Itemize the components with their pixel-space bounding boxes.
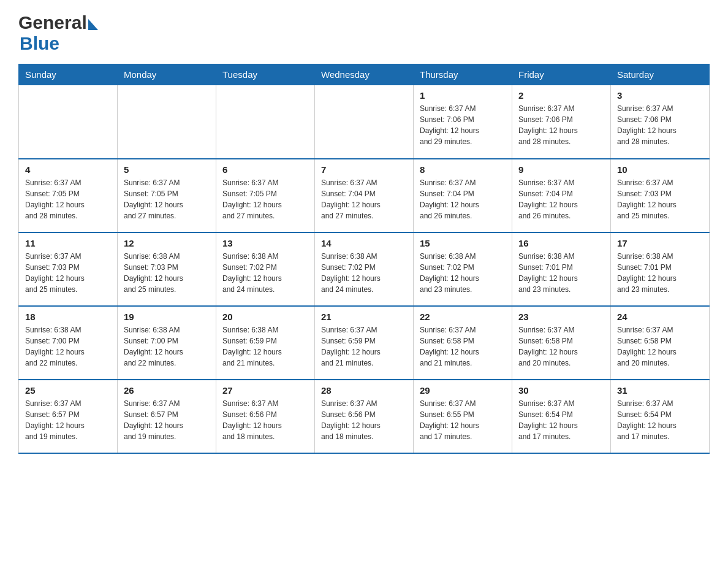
calendar-cell: 2Sunrise: 6:37 AM Sunset: 7:06 PM Daylig… bbox=[512, 85, 611, 159]
day-number: 27 bbox=[222, 385, 308, 396]
day-number: 4 bbox=[25, 164, 111, 175]
weekday-header-saturday: Saturday bbox=[611, 64, 710, 85]
day-info: Sunrise: 6:37 AM Sunset: 7:04 PM Dayligh… bbox=[518, 177, 604, 221]
calendar-cell bbox=[19, 85, 118, 159]
calendar-cell bbox=[315, 85, 414, 159]
page-header: General Blue bbox=[18, 12, 710, 54]
calendar-cell: 22Sunrise: 6:37 AM Sunset: 6:58 PM Dayli… bbox=[414, 306, 512, 380]
calendar-table: SundayMondayTuesdayWednesdayThursdayFrid… bbox=[18, 64, 710, 454]
day-info: Sunrise: 6:37 AM Sunset: 7:06 PM Dayligh… bbox=[617, 103, 703, 147]
calendar-cell bbox=[216, 85, 315, 159]
calendar-cell: 12Sunrise: 6:38 AM Sunset: 7:03 PM Dayli… bbox=[118, 232, 216, 306]
calendar-cell: 6Sunrise: 6:37 AM Sunset: 7:05 PM Daylig… bbox=[216, 159, 315, 232]
logo-general-text: General bbox=[18, 12, 87, 33]
calendar-cell: 31Sunrise: 6:37 AM Sunset: 6:54 PM Dayli… bbox=[611, 380, 710, 453]
calendar-cell: 10Sunrise: 6:37 AM Sunset: 7:03 PM Dayli… bbox=[611, 159, 710, 232]
day-info: Sunrise: 6:37 AM Sunset: 7:05 PM Dayligh… bbox=[222, 177, 308, 221]
day-info: Sunrise: 6:38 AM Sunset: 7:00 PM Dayligh… bbox=[124, 324, 210, 369]
day-number: 11 bbox=[25, 238, 111, 248]
day-number: 22 bbox=[420, 312, 506, 322]
day-info: Sunrise: 6:38 AM Sunset: 6:59 PM Dayligh… bbox=[222, 324, 308, 369]
day-info: Sunrise: 6:38 AM Sunset: 7:01 PM Dayligh… bbox=[518, 251, 604, 295]
day-number: 19 bbox=[124, 312, 210, 322]
day-info: Sunrise: 6:38 AM Sunset: 7:03 PM Dayligh… bbox=[124, 251, 210, 295]
day-number: 3 bbox=[617, 90, 703, 101]
day-number: 12 bbox=[124, 238, 210, 248]
calendar-cell: 26Sunrise: 6:37 AM Sunset: 6:57 PM Dayli… bbox=[118, 380, 216, 453]
day-number: 18 bbox=[25, 312, 111, 322]
weekday-header-monday: Monday bbox=[118, 64, 216, 85]
day-info: Sunrise: 6:37 AM Sunset: 6:58 PM Dayligh… bbox=[518, 324, 604, 369]
calendar-cell: 29Sunrise: 6:37 AM Sunset: 6:55 PM Dayli… bbox=[414, 380, 512, 453]
week-row-4: 18Sunrise: 6:38 AM Sunset: 7:00 PM Dayli… bbox=[19, 306, 710, 380]
day-info: Sunrise: 6:37 AM Sunset: 7:04 PM Dayligh… bbox=[420, 177, 506, 221]
day-number: 10 bbox=[617, 164, 703, 175]
day-number: 28 bbox=[321, 385, 407, 396]
week-row-5: 25Sunrise: 6:37 AM Sunset: 6:57 PM Dayli… bbox=[19, 380, 710, 453]
day-number: 24 bbox=[617, 312, 703, 322]
calendar-cell: 23Sunrise: 6:37 AM Sunset: 6:58 PM Dayli… bbox=[512, 306, 611, 380]
day-info: Sunrise: 6:37 AM Sunset: 7:03 PM Dayligh… bbox=[25, 251, 111, 295]
calendar-cell: 19Sunrise: 6:38 AM Sunset: 7:00 PM Dayli… bbox=[118, 306, 216, 380]
day-number: 15 bbox=[420, 238, 506, 248]
calendar-cell: 11Sunrise: 6:37 AM Sunset: 7:03 PM Dayli… bbox=[19, 232, 118, 306]
day-number: 2 bbox=[518, 90, 604, 101]
day-number: 26 bbox=[124, 385, 210, 396]
weekday-header-tuesday: Tuesday bbox=[216, 64, 315, 85]
day-info: Sunrise: 6:37 AM Sunset: 6:54 PM Dayligh… bbox=[617, 398, 703, 442]
week-row-1: 1Sunrise: 6:37 AM Sunset: 7:06 PM Daylig… bbox=[19, 85, 710, 159]
calendar-cell: 21Sunrise: 6:37 AM Sunset: 6:59 PM Dayli… bbox=[315, 306, 414, 380]
day-number: 29 bbox=[420, 385, 506, 396]
day-number: 8 bbox=[420, 164, 506, 175]
day-number: 31 bbox=[617, 385, 703, 396]
day-number: 21 bbox=[321, 312, 407, 322]
day-info: Sunrise: 6:37 AM Sunset: 7:06 PM Dayligh… bbox=[518, 103, 604, 147]
weekday-header-friday: Friday bbox=[512, 64, 611, 85]
calendar-cell: 28Sunrise: 6:37 AM Sunset: 6:56 PM Dayli… bbox=[315, 380, 414, 453]
calendar-cell: 5Sunrise: 6:37 AM Sunset: 7:05 PM Daylig… bbox=[118, 159, 216, 232]
day-info: Sunrise: 6:37 AM Sunset: 7:05 PM Dayligh… bbox=[124, 177, 210, 221]
day-info: Sunrise: 6:37 AM Sunset: 6:58 PM Dayligh… bbox=[617, 324, 703, 369]
day-number: 25 bbox=[25, 385, 111, 396]
day-number: 16 bbox=[518, 238, 604, 248]
logo-blue-text: Blue bbox=[20, 33, 59, 53]
weekday-header-thursday: Thursday bbox=[414, 64, 512, 85]
day-number: 9 bbox=[518, 164, 604, 175]
day-number: 17 bbox=[617, 238, 703, 248]
day-number: 7 bbox=[321, 164, 407, 175]
day-info: Sunrise: 6:37 AM Sunset: 6:56 PM Dayligh… bbox=[321, 398, 407, 442]
calendar-cell: 18Sunrise: 6:38 AM Sunset: 7:00 PM Dayli… bbox=[19, 306, 118, 380]
day-number: 30 bbox=[518, 385, 604, 396]
day-info: Sunrise: 6:37 AM Sunset: 7:06 PM Dayligh… bbox=[420, 103, 506, 147]
calendar-cell: 8Sunrise: 6:37 AM Sunset: 7:04 PM Daylig… bbox=[414, 159, 512, 232]
day-info: Sunrise: 6:38 AM Sunset: 7:02 PM Dayligh… bbox=[420, 251, 506, 295]
calendar-cell: 25Sunrise: 6:37 AM Sunset: 6:57 PM Dayli… bbox=[19, 380, 118, 453]
calendar-cell: 20Sunrise: 6:38 AM Sunset: 6:59 PM Dayli… bbox=[216, 306, 315, 380]
day-number: 5 bbox=[124, 164, 210, 175]
day-info: Sunrise: 6:37 AM Sunset: 6:56 PM Dayligh… bbox=[222, 398, 308, 442]
calendar-cell: 9Sunrise: 6:37 AM Sunset: 7:04 PM Daylig… bbox=[512, 159, 611, 232]
calendar-cell: 15Sunrise: 6:38 AM Sunset: 7:02 PM Dayli… bbox=[414, 232, 512, 306]
calendar-cell: 3Sunrise: 6:37 AM Sunset: 7:06 PM Daylig… bbox=[611, 85, 710, 159]
day-info: Sunrise: 6:37 AM Sunset: 6:55 PM Dayligh… bbox=[420, 398, 506, 442]
day-number: 14 bbox=[321, 238, 407, 248]
calendar-cell: 7Sunrise: 6:37 AM Sunset: 7:04 PM Daylig… bbox=[315, 159, 414, 232]
day-info: Sunrise: 6:37 AM Sunset: 6:57 PM Dayligh… bbox=[25, 398, 111, 442]
weekday-header-sunday: Sunday bbox=[19, 64, 118, 85]
calendar-cell: 30Sunrise: 6:37 AM Sunset: 6:54 PM Dayli… bbox=[512, 380, 611, 453]
calendar-cell: 16Sunrise: 6:38 AM Sunset: 7:01 PM Dayli… bbox=[512, 232, 611, 306]
calendar-cell: 1Sunrise: 6:37 AM Sunset: 7:06 PM Daylig… bbox=[414, 85, 512, 159]
week-row-2: 4Sunrise: 6:37 AM Sunset: 7:05 PM Daylig… bbox=[19, 159, 710, 232]
calendar-cell: 4Sunrise: 6:37 AM Sunset: 7:05 PM Daylig… bbox=[19, 159, 118, 232]
day-number: 6 bbox=[222, 164, 308, 175]
day-number: 13 bbox=[222, 238, 308, 248]
day-number: 23 bbox=[518, 312, 604, 322]
day-number: 20 bbox=[222, 312, 308, 322]
calendar-cell: 13Sunrise: 6:38 AM Sunset: 7:02 PM Dayli… bbox=[216, 232, 315, 306]
day-info: Sunrise: 6:37 AM Sunset: 7:04 PM Dayligh… bbox=[321, 177, 407, 221]
logo-arrow-icon bbox=[88, 19, 98, 30]
day-info: Sunrise: 6:37 AM Sunset: 7:05 PM Dayligh… bbox=[25, 177, 111, 221]
day-info: Sunrise: 6:37 AM Sunset: 6:57 PM Dayligh… bbox=[124, 398, 210, 442]
day-info: Sunrise: 6:38 AM Sunset: 7:02 PM Dayligh… bbox=[222, 251, 308, 295]
day-info: Sunrise: 6:37 AM Sunset: 6:58 PM Dayligh… bbox=[420, 324, 506, 369]
